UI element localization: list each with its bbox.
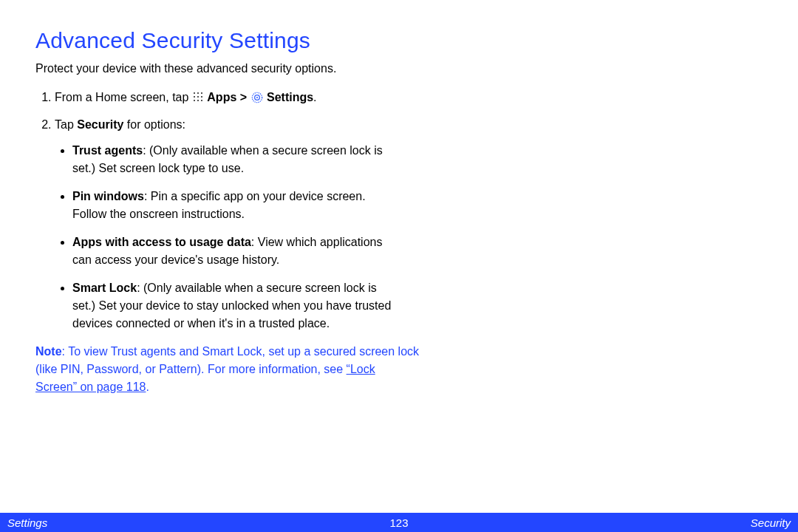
svg-point-2 [256,97,257,98]
apps-grid-icon [193,92,203,102]
note-label: Note [35,345,62,358]
page-title: Advanced Security Settings [35,28,763,53]
step-2: Tap Security for options: Trust agents: … [55,116,439,332]
list-item: Smart Lock: (Only available when a secur… [72,279,398,332]
step-2-suffix: for options: [123,118,185,131]
option-label: Trust agents [72,144,143,157]
apps-label: Apps [207,91,236,103]
note-body-suffix: . [146,381,149,393]
options-list: Trust agents: (Only available when a sec… [55,142,439,332]
list-item: Trust agents: (Only available when a sec… [72,142,398,177]
note-paragraph: Note: To view Trust agents and Smart Loc… [35,343,420,396]
intro-text: Protect your device with these advanced … [35,61,420,77]
list-item: Pin windows: Pin a specific app on your … [72,188,398,223]
step-2-prefix: Tap [55,118,77,131]
footer-right: Security [429,516,798,529]
option-label: Apps with access to usage data [72,236,251,248]
list-item: Apps with access to usage data: View whi… [72,233,398,269]
step-1-sep: > [236,91,250,103]
step-1-suffix: . [313,91,316,103]
page-number: 123 [369,516,429,529]
option-label: Smart Lock [72,282,137,294]
footer-left: Settings [0,516,369,529]
step-1: From a Home screen, tap Apps > Settings. [55,89,439,107]
steps-list: From a Home screen, tap Apps > Settings.… [35,89,439,332]
security-label: Security [77,118,123,131]
option-label: Pin windows [72,190,144,202]
document-page: Advanced Security Settings Protect your … [0,0,798,532]
page-footer: Settings 123 Security [0,513,798,532]
settings-label: Settings [267,91,313,103]
step-1-prefix: From a Home screen, tap [55,91,192,103]
settings-gear-icon [251,92,263,103]
